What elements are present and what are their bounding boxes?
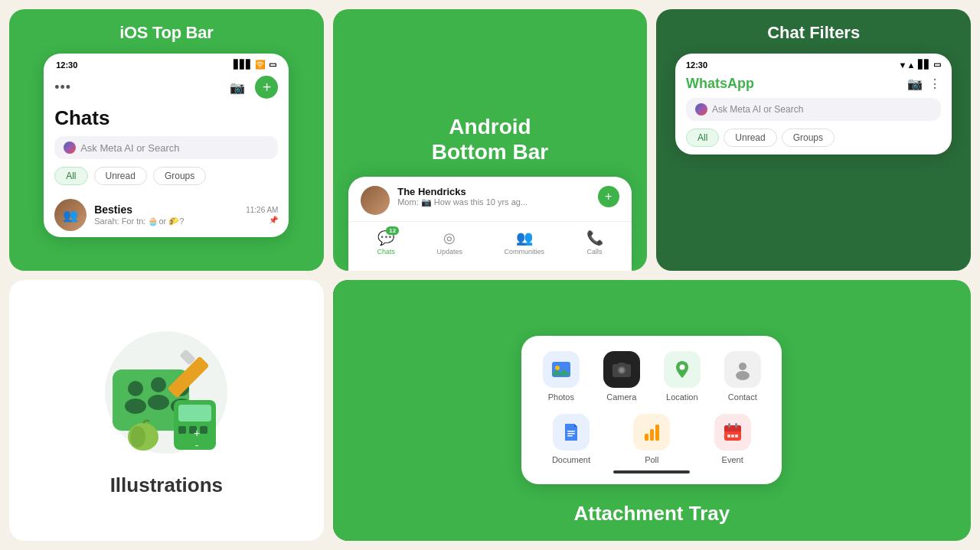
- signal-icon: ▋▋▋: [234, 60, 252, 70]
- svg-rect-54: [727, 434, 730, 438]
- chat-filters-title: Chat Filters: [767, 23, 860, 43]
- battery-icon: ▭: [269, 60, 276, 70]
- android-card-title: AndroidBottom Bar: [432, 114, 548, 165]
- event-icon: [714, 414, 751, 451]
- ios-card-title: iOS Top Bar: [119, 23, 213, 43]
- attachment-grid-row2: Document Poll: [537, 414, 766, 464]
- svg-rect-46: [645, 434, 648, 441]
- pin-icon: 📌: [246, 216, 278, 224]
- illustrations-content: + - Illustrations: [97, 324, 235, 497]
- android-chat-preview: Mom: 📷 How was this 10 yrs ag...: [397, 197, 528, 207]
- chat-filters-card: Chat Filters 12:30 ▼▲ ▋▋ ▭ WhatsApp 📷 ⋮ …: [656, 9, 971, 271]
- nav-item-calls[interactable]: 📞 Calls: [580, 226, 609, 259]
- svg-point-3: [125, 399, 146, 414]
- meta-ai-icon: [64, 142, 76, 154]
- event-label: Event: [722, 455, 743, 464]
- att-location[interactable]: Location: [658, 351, 706, 402]
- camera-filter-icon[interactable]: 📷: [907, 76, 923, 91]
- att-photos[interactable]: Photos: [537, 351, 585, 402]
- svg-text:+: +: [194, 427, 200, 439]
- location-label: Location: [666, 392, 698, 402]
- android-bottom-bar-card: AndroidBottom Bar The Hendricks Mom: 📷 H…: [333, 9, 648, 271]
- android-add-button[interactable]: +: [598, 186, 619, 207]
- filters-pill-all[interactable]: All: [686, 129, 719, 147]
- filters-pill-unread[interactable]: Unread: [724, 129, 776, 147]
- svg-text:-: -: [195, 439, 199, 451]
- toolbar-icons: 📷 +: [226, 76, 278, 99]
- chat-time: 11:26 AM: [246, 206, 278, 214]
- svg-rect-53: [735, 423, 737, 428]
- search-bar[interactable]: Ask Meta AI or Search: [54, 136, 278, 159]
- nav-item-communities[interactable]: 👥 Communities: [498, 226, 550, 259]
- svg-point-35: [555, 366, 560, 370]
- photos-label: Photos: [548, 392, 574, 402]
- android-chat-text: The Hendricks Mom: 📷 How was this 10 yrs…: [397, 186, 528, 207]
- att-contact[interactable]: Contact: [718, 351, 766, 402]
- svg-rect-15: [200, 426, 207, 434]
- ios-phone-mockup: 12:30 ▋▋▋ 🛜 ▭ ••• 📷 + Chats Ask Meta AI …: [44, 54, 289, 237]
- filter-groups[interactable]: Groups: [153, 167, 206, 185]
- chats-nav-label: Chats: [377, 248, 395, 255]
- svg-rect-12: [178, 405, 211, 421]
- att-camera[interactable]: Camera: [597, 351, 645, 402]
- filters-search-bar[interactable]: Ask Meta AI or Search: [686, 98, 941, 121]
- filters-meta-icon: [695, 103, 707, 116]
- illustrations-svg: + -: [97, 324, 235, 461]
- filters-pill-groups[interactable]: Groups: [782, 129, 835, 147]
- svg-point-5: [148, 395, 169, 410]
- filter-all[interactable]: All: [54, 167, 87, 185]
- attachment-tray-card: Photos Camera: [333, 280, 971, 542]
- wifi-icon: 🛜: [255, 60, 266, 70]
- new-chat-button[interactable]: +: [255, 76, 278, 99]
- svg-rect-13: [178, 426, 186, 434]
- svg-point-38: [619, 368, 624, 373]
- camera-button[interactable]: 📷: [226, 76, 249, 99]
- android-avatar: [361, 186, 390, 215]
- ios-status-bar: 12:30 ▋▋▋ 🛜 ▭: [44, 54, 289, 73]
- document-icon: [553, 414, 590, 451]
- contact-icon: [724, 351, 761, 388]
- avatar-image: 👥: [54, 199, 87, 231]
- svg-rect-47: [650, 429, 654, 441]
- filters-battery-icon: ▭: [933, 60, 941, 70]
- document-label: Document: [552, 455, 590, 464]
- nav-item-updates[interactable]: ◎ Updates: [430, 226, 469, 259]
- att-poll[interactable]: Poll: [633, 414, 670, 464]
- att-document[interactable]: Document: [552, 414, 590, 464]
- photos-icon: [543, 351, 580, 388]
- chat-avatar: 👥: [54, 199, 87, 231]
- svg-point-40: [679, 365, 684, 370]
- poll-label: Poll: [645, 455, 658, 464]
- chat-info: Besties Sarah: For tn: 🧁or 🌮?: [94, 203, 238, 226]
- more-filter-icon[interactable]: ⋮: [929, 76, 941, 91]
- svg-rect-43: [567, 431, 575, 432]
- filters-wifi-icon: ▼▲: [899, 60, 916, 70]
- attachment-grid-row1: Photos Camera: [537, 351, 766, 402]
- nav-item-chats[interactable]: 💬12 Chats: [371, 226, 401, 259]
- whatsapp-title: WhatsApp: [686, 76, 754, 92]
- search-placeholder: Ask Meta AI or Search: [80, 142, 179, 154]
- att-event[interactable]: Event: [714, 414, 751, 464]
- chat-name: Besties: [94, 203, 238, 216]
- more-icon[interactable]: •••: [54, 80, 71, 96]
- svg-rect-48: [655, 425, 659, 441]
- calls-nav-label: Calls: [586, 248, 602, 255]
- communities-nav-icon: 👥: [516, 229, 533, 246]
- chats-badge: 12: [386, 226, 399, 235]
- android-bottom-card: The Hendricks Mom: 📷 How was this 10 yrs…: [348, 177, 632, 271]
- android-chat-name: The Hendricks: [397, 186, 528, 197]
- filter-unread[interactable]: Unread: [94, 167, 147, 185]
- updates-nav-icon: ◎: [443, 229, 456, 246]
- ios-top-bar-card: iOS Top Bar 12:30 ▋▋▋ 🛜 ▭ ••• 📷 + Chats …: [9, 9, 324, 271]
- location-icon: [664, 351, 701, 388]
- chat-item[interactable]: 👥 Besties Sarah: For tn: 🧁or 🌮? 11:26 AM…: [44, 193, 289, 237]
- android-bottom-nav: 💬12 Chats ◎ Updates 👥 Communities 📞 Call…: [348, 221, 632, 262]
- contact-label: Contact: [728, 392, 757, 402]
- filters-header: WhatsApp 📷 ⋮: [675, 73, 952, 98]
- filter-pills: All Unread Groups: [44, 167, 289, 193]
- camera-icon: [603, 351, 640, 388]
- svg-rect-56: [735, 434, 738, 438]
- attachment-phone-mockup: Photos Camera: [521, 336, 782, 484]
- svg-rect-52: [728, 423, 730, 428]
- svg-rect-39: [618, 363, 626, 366]
